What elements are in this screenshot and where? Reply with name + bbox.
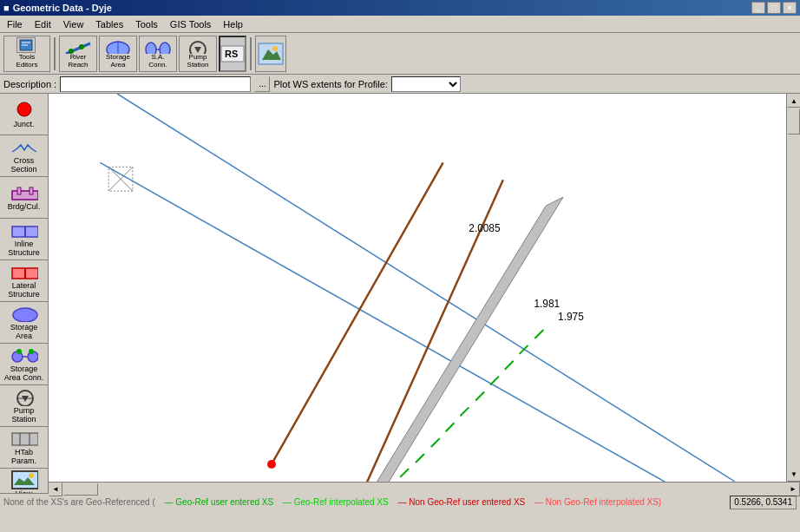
pump-station-toolbar-icon [184, 38, 212, 54]
app-icon: ■ [3, 3, 10, 13]
scroll-track-v[interactable] [787, 108, 800, 468]
legend-geo-ref-user: — Geo-Ref user entered XS [165, 497, 274, 507]
cross-section-item[interactable]: CrossSection [0, 135, 48, 177]
pump-station-icon [10, 388, 38, 405]
svg-point-55 [267, 460, 276, 469]
desc-bar: Description : ... Plot WS extents for Pr… [0, 75, 800, 94]
svg-marker-43 [340, 197, 563, 482]
svg-text:RS: RS [225, 49, 238, 59]
horizontal-scrollbar[interactable]: ◄ ► [49, 482, 800, 496]
junction-icon [10, 101, 38, 118]
svg-line-46 [416, 454, 424, 463]
scroll-track-h[interactable] [62, 483, 786, 496]
svg-line-40 [100, 162, 786, 481]
menu-file[interactable]: File [2, 18, 28, 30]
lateral-label: LateralStructure [8, 282, 40, 299]
junct-item[interactable]: Junct. [0, 94, 48, 135]
storage-conn-label: StorageArea Conn. [4, 365, 44, 383]
svg-line-52 [505, 361, 514, 370]
map-icon [258, 43, 284, 65]
svg-line-51 [490, 377, 499, 385]
legend-intro: None of the XS's are Geo-Referenced ( [3, 497, 155, 507]
storage-area-panel-label: StorageArea [10, 324, 38, 341]
description-input[interactable] [60, 76, 251, 92]
inline-label: InlineStructure [8, 240, 40, 258]
storage-area-conn-item[interactable]: StorageArea Conn. [0, 344, 48, 385]
title-bar: ■ Geometric Data - Dyje _ □ × [0, 0, 800, 16]
svg-rect-33 [12, 433, 38, 445]
sa-conn-button[interactable]: S.A.Conn. [139, 36, 177, 72]
scroll-down-button[interactable]: ▼ [787, 468, 800, 482]
scroll-left-button[interactable]: ◄ [49, 483, 62, 496]
svg-rect-20 [30, 187, 33, 194]
menu-edit[interactable]: Edit [30, 18, 56, 30]
htab-icon [10, 430, 38, 447]
storage-area-button[interactable]: StorageArea [99, 36, 137, 72]
pump-station-panel-label: PumpStation [11, 407, 36, 424]
minimize-button[interactable]: _ [751, 2, 765, 14]
storage-area-item[interactable]: StorageArea [0, 302, 48, 344]
svg-point-8 [146, 43, 156, 54]
svg-point-29 [29, 349, 34, 354]
legend-non-geo-interp: — Non Geo-Ref interpolated XS) [534, 497, 661, 507]
menu-help[interactable]: Help [218, 18, 248, 30]
status-bar: None of the XS's are Geo-Referenced ( — … [0, 493, 800, 510]
storage-area-icon [10, 305, 38, 322]
scroll-right-button[interactable]: ► [786, 483, 800, 496]
scroll-thumb-v[interactable] [788, 108, 800, 135]
svg-point-9 [160, 43, 170, 54]
inline-structure-item[interactable]: InlineStructure [0, 219, 48, 260]
lateral-structure-item[interactable]: LateralStructure [0, 260, 48, 302]
vertical-scrollbar[interactable]: ▲ ▼ [786, 94, 800, 482]
sa-conn-icon [144, 38, 172, 54]
river-reach-label: RiverReach [68, 54, 88, 69]
plot-ws-browse-button[interactable]: ... [254, 76, 270, 92]
scroll-thumb-h[interactable] [63, 483, 98, 496]
pump-station-toolbar-label: PumpStation [187, 54, 209, 69]
pump-station-item[interactable]: PumpStation [0, 385, 48, 427]
scroll-up-button[interactable]: ▲ [787, 94, 800, 108]
svg-line-45 [400, 469, 409, 477]
svg-point-5 [79, 44, 84, 49]
tools-editors-button[interactable]: ToolsEditors [3, 36, 50, 72]
menu-tables[interactable]: Tables [90, 18, 128, 30]
pump-station-toolbar-button[interactable]: PumpStation [179, 36, 217, 72]
svg-point-38 [29, 473, 34, 478]
cross-section-label: CrossSection [10, 157, 36, 174]
svg-line-39 [117, 94, 735, 482]
close-button[interactable]: × [783, 2, 797, 14]
storage-area-label: StorageArea [106, 54, 130, 69]
svg-rect-18 [12, 191, 38, 200]
geo-canvas-area[interactable]: 2.0085 1.981 1.975 [49, 94, 786, 482]
view-picture-item[interactable]: ViewPicture [0, 469, 48, 493]
menu-view[interactable]: View [58, 18, 89, 30]
svg-point-17 [17, 102, 31, 116]
plot-ws-select[interactable] [391, 76, 461, 92]
htab-param-item[interactable]: HTabParam. [0, 427, 48, 469]
map-button[interactable] [255, 36, 286, 72]
plot-ws-label: Plot WS extents for Profile: [273, 79, 387, 89]
coords-value: 0.5266, 0.5341 [734, 497, 792, 507]
maximize-button[interactable]: □ [767, 2, 781, 14]
svg-line-50 [475, 392, 484, 401]
toolbar-separator-2 [250, 37, 252, 70]
brdg-cul-item[interactable]: Brdg/Cul. [0, 177, 48, 219]
description-label: Description : [3, 79, 56, 89]
geometry-svg: 2.0085 1.981 1.975 [49, 94, 786, 482]
view-picture-icon [10, 471, 38, 489]
htab-label: HTabParam. [11, 449, 36, 466]
legend-geo-ref-interp: — Geo-Ref interpolated XS [283, 497, 389, 507]
svg-line-48 [446, 423, 455, 431]
left-panel: Junct. CrossSection Brdg/Cul. [0, 94, 49, 493]
rs-button[interactable]: RS [219, 36, 246, 72]
svg-point-16 [272, 46, 278, 51]
view-picture-label: ViewPicture [11, 490, 36, 493]
svg-rect-19 [17, 187, 21, 194]
svg-text:1.975: 1.975 [558, 311, 584, 323]
legend-non-geo-user: — Non Geo-Ref user entered XS [397, 497, 525, 507]
menu-gis-tools[interactable]: GIS Tools [165, 18, 217, 30]
menu-tools[interactable]: Tools [130, 18, 163, 30]
sa-conn-label: S.A.Conn. [148, 54, 167, 69]
river-reach-button[interactable]: RiverReach [59, 36, 97, 72]
coordinates-display: 0.5266, 0.5341 [730, 496, 797, 509]
